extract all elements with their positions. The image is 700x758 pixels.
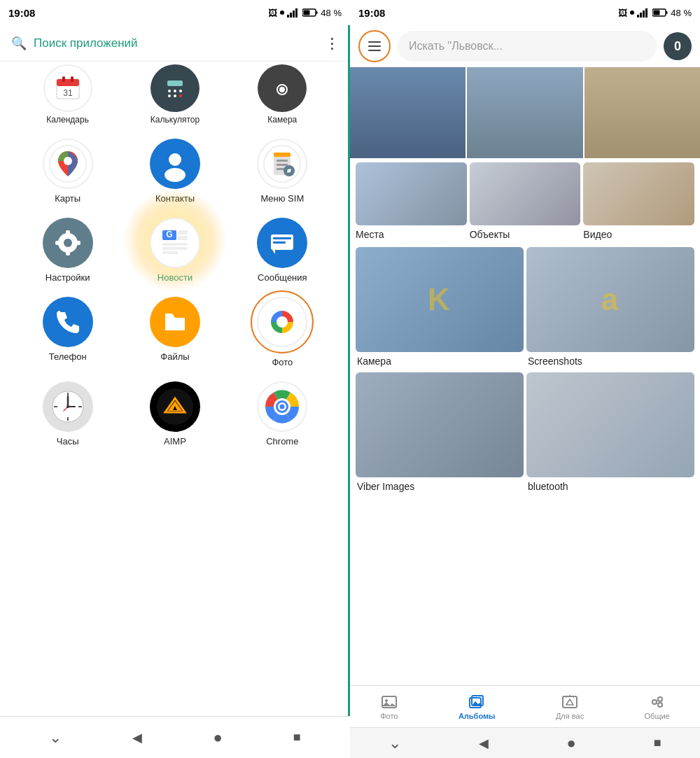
tab-photos[interactable]: Фото [380, 694, 398, 720]
left-panel: 19:08 🖼 48 % 🔍 Поиск приложений ⋮ [0, 0, 350, 758]
category-label-objects: Объекты [470, 229, 510, 240]
left-bottom-nav: ⌄ ◀ ● ■ [0, 716, 350, 758]
chevron-down-icon[interactable]: ⌄ [49, 729, 62, 747]
app-item-camera[interactable]: Камера [244, 64, 321, 125]
album-thumb-screenshots: a [526, 247, 694, 352]
app-item-calculator[interactable]: Калькулятор [136, 64, 214, 125]
mesta-blur [356, 162, 467, 225]
home-icon-right[interactable]: ● [566, 734, 575, 752]
app-item-calendar[interactable]: 31 Календарь [29, 64, 106, 125]
files-icon [150, 297, 200, 347]
tab-shared-icon [649, 694, 666, 710]
phone-label: Телефон [49, 351, 87, 362]
recents-icon[interactable]: ■ [293, 730, 301, 745]
category-item-mesta[interactable]: Места [356, 162, 467, 240]
tab-foryou-icon [561, 694, 578, 710]
news-icon: G [150, 218, 200, 268]
photo-strip-3[interactable] [584, 67, 700, 158]
album-item-camera[interactable]: K Камера [356, 247, 524, 367]
album-item-bluetooth[interactable]: bluetooth [526, 372, 694, 492]
svg-point-15 [174, 90, 176, 92]
app-item-phone[interactable]: Телефон [29, 297, 106, 362]
tab-shared-label: Общие [645, 712, 670, 720]
tab-foryou[interactable]: Для вас [556, 694, 584, 720]
left-time: 19:08 [8, 7, 35, 19]
svg-rect-1 [290, 13, 292, 17]
svg-rect-51 [273, 237, 291, 239]
recents-icon-right[interactable]: ■ [654, 736, 662, 750]
svg-rect-31 [276, 160, 288, 162]
status-dot [280, 10, 284, 15]
video-blur [583, 162, 694, 225]
svg-point-22 [279, 87, 285, 92]
app-item-clock[interactable]: Часы [29, 381, 106, 447]
hamburger-button[interactable] [358, 30, 391, 62]
svg-rect-78 [640, 13, 642, 17]
svg-rect-52 [273, 241, 286, 244]
app-row-2: Настройки G Новост [0, 211, 350, 290]
category-item-video[interactable]: Видео [583, 162, 694, 240]
right-status-bar: 19:08 🖼 48 % [350, 0, 700, 25]
left-status-icons: 🖼 48 % [268, 8, 342, 18]
account-button[interactable]: 0 [664, 32, 692, 60]
settings-icon [43, 218, 93, 268]
search-field[interactable]: Искать "Львовск... [398, 31, 657, 62]
album-item-viber[interactable]: Viber Images [356, 372, 524, 492]
camera-icon [258, 64, 307, 112]
app-item-maps[interactable]: Карты [29, 139, 106, 204]
app-item-chrome[interactable]: Chrome [244, 381, 321, 447]
svg-rect-77 [637, 15, 639, 17]
right-bottom-nav: ⌄ ◀ ● ■ [350, 727, 700, 758]
battery-icon-right [652, 8, 668, 17]
status-dot-right [630, 10, 634, 15]
svg-rect-9 [62, 76, 65, 82]
album-label-bluetooth: bluetooth [526, 481, 694, 492]
tab-albums-label: Альбомы [458, 712, 496, 720]
category-item-objects[interactable]: Объекты [470, 162, 581, 240]
bluetooth-blur [526, 372, 694, 477]
menusim-icon [257, 139, 307, 189]
svg-rect-48 [162, 251, 178, 254]
app-item-menusim[interactable]: Меню SIM [244, 139, 321, 204]
apps-grid: Карты Контакты [0, 125, 350, 716]
svg-point-85 [385, 699, 388, 702]
viber-blur [356, 372, 524, 477]
albums-row-2: Viber Images bluetooth [350, 370, 700, 495]
app-item-files[interactable]: Файлы [136, 297, 214, 362]
hamburger-icon [368, 41, 381, 51]
screenshots-blur [526, 247, 694, 352]
svg-rect-37 [66, 230, 70, 236]
svg-point-93 [658, 697, 662, 701]
category-thumb-video [583, 162, 694, 225]
svg-text:G: G [166, 230, 172, 239]
svg-rect-79 [643, 10, 645, 17]
back-icon[interactable]: ◀ [132, 730, 142, 745]
tab-albums[interactable]: Альбомы [458, 694, 496, 720]
app-item-photos[interactable]: Фото [244, 297, 321, 367]
app-item-contacts[interactable]: Контакты [136, 139, 214, 204]
app-item-settings[interactable]: Настройки [29, 218, 106, 283]
search-bar[interactable]: 🔍 Поиск приложений ⋮ [0, 25, 350, 62]
chrome-label: Chrome [266, 436, 298, 447]
photos-search-bar: Искать "Львовск... 0 [350, 25, 700, 67]
svg-rect-13 [167, 80, 183, 86]
contacts-label: Контакты [155, 193, 195, 204]
home-icon[interactable]: ● [213, 729, 222, 747]
svg-rect-88 [563, 696, 577, 708]
tab-shared[interactable]: Общие [645, 694, 670, 720]
svg-point-17 [168, 94, 171, 97]
app-item-news[interactable]: G Новости [136, 218, 214, 283]
more-options-icon[interactable]: ⋮ [325, 35, 339, 52]
app-item-aimp[interactable]: ▲ AIMP [136, 381, 214, 447]
photo-strip-2[interactable] [467, 67, 582, 158]
hamburger-line-2 [368, 45, 381, 47]
album-item-screenshots[interactable]: a Screenshots [526, 247, 694, 367]
photo-strip-1[interactable] [350, 67, 465, 158]
app-item-messages[interactable]: Сообщения [244, 218, 321, 283]
back-icon-right[interactable]: ◀ [479, 736, 489, 751]
app-row-4: Часы ▲ AIMP [0, 374, 350, 454]
signal-icon [287, 8, 300, 17]
svg-rect-5 [316, 11, 318, 14]
chevron-down-icon-right[interactable]: ⌄ [388, 734, 401, 752]
svg-point-26 [169, 153, 181, 166]
